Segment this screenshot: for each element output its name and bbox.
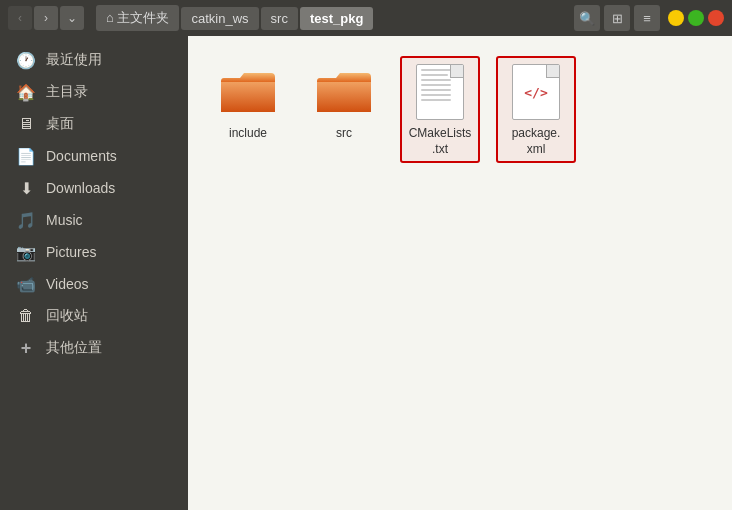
sidebar-item-videos[interactable]: 📹 Videos <box>0 268 188 300</box>
filename-src: src <box>336 126 352 142</box>
downloads-icon: ⬇ <box>16 178 36 198</box>
nav-buttons: ‹ › ⌄ <box>8 6 84 30</box>
home-icon: ⌂ <box>106 10 114 25</box>
text-line <box>421 69 455 71</box>
filename-include: include <box>229 126 267 142</box>
back-button[interactable]: ‹ <box>8 6 32 30</box>
filename-cmakelists: CMakeLists.txt <box>409 126 472 157</box>
recent-icon: 🕐 <box>16 50 36 70</box>
text-line <box>421 99 451 101</box>
search-button[interactable]: 🔍 <box>574 5 600 31</box>
text-line <box>421 94 451 96</box>
sidebar-item-pictures[interactable]: 📷 Pictures <box>0 236 188 268</box>
file-item-include[interactable]: include <box>208 56 288 163</box>
sidebar-label-videos: Videos <box>46 276 172 292</box>
file-grid: include <box>208 56 712 163</box>
videos-icon: 📹 <box>16 274 36 294</box>
sidebar-item-music[interactable]: 🎵 Music <box>0 204 188 236</box>
folder-icon-include <box>218 62 278 122</box>
minimize-button[interactable]: – <box>668 10 684 26</box>
history-button[interactable]: ⌄ <box>60 6 84 30</box>
file-area[interactable]: include <box>188 36 732 510</box>
text-line <box>421 74 448 76</box>
sidebar-label-other: 其他位置 <box>46 339 172 357</box>
sidebar: 🕐 最近使用 🏠 主目录 🖥 桌面 📄 Documents ⬇ Download… <box>0 36 188 510</box>
file-item-package-xml[interactable]: </> package.xml <box>496 56 576 163</box>
sidebar-label-desktop: 桌面 <box>46 115 172 133</box>
sidebar-item-desktop[interactable]: 🖥 桌面 <box>0 108 188 140</box>
sidebar-label-pictures: Pictures <box>46 244 172 260</box>
textfile-icon-cmakelists <box>410 62 470 122</box>
view-toggle-button[interactable]: ⊞ <box>604 5 630 31</box>
menu-button[interactable]: ≡ <box>634 5 660 31</box>
sidebar-label-documents: Documents <box>46 148 172 164</box>
sidebar-item-other[interactable]: + 其他位置 <box>0 332 188 364</box>
titlebar-actions: 🔍 ⊞ ≡ <box>574 5 660 31</box>
main-content: 🕐 最近使用 🏠 主目录 🖥 桌面 📄 Documents ⬇ Download… <box>0 36 732 510</box>
svg-rect-1 <box>221 82 275 112</box>
sidebar-label-recent: 最近使用 <box>46 51 172 69</box>
filename-package-xml: package.xml <box>512 126 561 157</box>
trash-icon: 🗑 <box>16 306 36 326</box>
text-line <box>421 84 451 86</box>
folder-icon-src <box>314 62 374 122</box>
xmlfile-icon-package: </> <box>506 62 566 122</box>
home-sidebar-icon: 🏠 <box>16 82 36 102</box>
sidebar-item-downloads[interactable]: ⬇ Downloads <box>0 172 188 204</box>
sidebar-item-home[interactable]: 🏠 主目录 <box>0 76 188 108</box>
pictures-icon: 📷 <box>16 242 36 262</box>
close-button[interactable]: ✕ <box>708 10 724 26</box>
titlebar: ‹ › ⌄ ⌂ 主文件夹 catkin_ws src test_pkg 🔍 ⊞ … <box>0 0 732 36</box>
desktop-icon: 🖥 <box>16 114 36 134</box>
breadcrumb-current[interactable]: test_pkg <box>300 7 373 30</box>
sidebar-label-trash: 回收站 <box>46 307 172 325</box>
other-icon: + <box>16 338 36 358</box>
window-controls: – □ ✕ <box>668 10 724 26</box>
svg-rect-3 <box>317 82 371 112</box>
sidebar-item-documents[interactable]: 📄 Documents <box>0 140 188 172</box>
forward-button[interactable]: › <box>34 6 58 30</box>
text-line <box>421 89 451 91</box>
sidebar-item-recent[interactable]: 🕐 最近使用 <box>0 44 188 76</box>
maximize-button[interactable]: □ <box>688 10 704 26</box>
sidebar-label-home: 主目录 <box>46 83 172 101</box>
documents-icon: 📄 <box>16 146 36 166</box>
text-line <box>421 79 451 81</box>
breadcrumb-home[interactable]: ⌂ 主文件夹 <box>96 5 179 31</box>
sidebar-label-downloads: Downloads <box>46 180 172 196</box>
sidebar-label-music: Music <box>46 212 172 228</box>
breadcrumb-bar: ⌂ 主文件夹 catkin_ws src test_pkg <box>96 5 562 31</box>
xml-label: </> <box>524 85 547 100</box>
file-item-cmakelists[interactable]: CMakeLists.txt <box>400 56 480 163</box>
music-icon: 🎵 <box>16 210 36 230</box>
sidebar-item-trash[interactable]: 🗑 回收站 <box>0 300 188 332</box>
breadcrumb-catkin[interactable]: catkin_ws <box>181 7 258 30</box>
file-item-src[interactable]: src <box>304 56 384 163</box>
breadcrumb-src[interactable]: src <box>261 7 298 30</box>
